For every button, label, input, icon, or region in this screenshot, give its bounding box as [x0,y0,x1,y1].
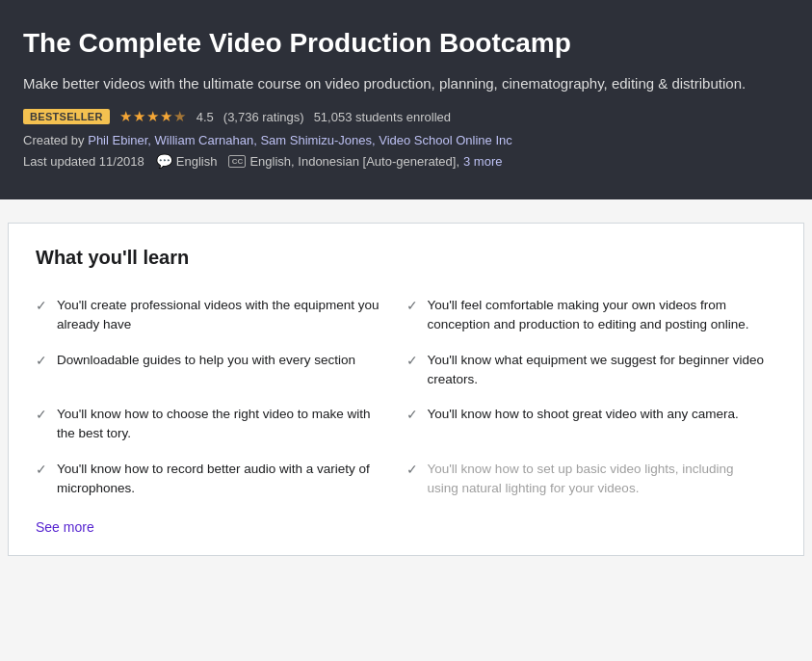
cc-icon: CC [228,155,246,168]
list-item: ✓ You'll create professional videos with… [36,288,406,343]
list-item: ✓ You'll know how to shoot great video w… [406,397,777,452]
see-more-link[interactable]: See more [36,519,94,535]
checkmark-icon: ✓ [406,407,418,422]
course-subtitle: Make better videos with the ultimate cou… [23,73,789,95]
learn-section-title: What you'll learn [36,247,776,269]
list-item: ✓ You'll feel comfortable making your ow… [406,288,777,343]
checkmark-icon: ✓ [406,353,418,368]
info-row: Last updated 11/2018 💬 English CC Englis… [23,153,789,169]
language-spoken-item: 💬 English [156,153,218,169]
last-updated: Last updated 11/2018 [23,154,144,169]
checkmark-icon: ✓ [406,462,418,477]
learn-item-text: Downloadable guides to help you with eve… [57,351,355,370]
learn-item-text: You'll know what equipment we suggest fo… [428,351,766,390]
rating-value: 4.5 [196,110,214,124]
creators-row: Created by Phil Ebiner, William Carnahan… [23,133,789,147]
list-item: ✓ You'll know what equipment we suggest … [406,343,777,398]
last-updated-value: 11/2018 [99,154,144,169]
checkmark-icon: ✓ [406,298,418,313]
learn-item-text-faded: You'll know how to set up basic video li… [428,460,766,499]
creators-link[interactable]: Phil Ebiner, William Carnahan, Sam Shimi… [88,133,512,147]
speech-bubble-icon: 💬 [156,153,172,169]
list-item: ✓ You'll know how to set up basic video … [406,452,777,507]
checkmark-icon: ✓ [36,462,47,477]
checkmark-icon: ✓ [36,407,47,422]
checkmark-icon: ✓ [36,298,47,313]
list-item: ✓ You'll know how to record better audio… [36,452,406,507]
checkmark-icon: ✓ [36,353,47,368]
learn-item-text: You'll create professional videos with t… [57,296,383,335]
learn-section: What you'll learn ✓ You'll create profes… [8,223,804,556]
learn-item-text: You'll feel comfortable making your own … [428,296,766,335]
language-more-link[interactable]: 3 more [463,154,502,169]
learn-grid: ✓ You'll create professional videos with… [36,288,776,506]
language-cc-text: English, Indonesian [Auto-generated], [249,154,459,169]
list-item: ✓ Downloadable guides to help you with e… [36,343,406,398]
learn-item-text: You'll know how to record better audio w… [57,460,383,499]
bestseller-badge: BESTSELLER [23,109,110,124]
course-title: The Complete Video Production Bootcamp [23,27,789,60]
creators-prefix: Created by [23,133,85,147]
list-item: ✓ You'll know how to choose the right vi… [36,397,406,452]
last-updated-label: Last updated [23,154,95,169]
language-spoken-text: English [176,154,218,169]
spacer [0,199,812,223]
rating-count: (3,736 ratings) [223,110,304,124]
learn-item-text: You'll know how to choose the right vide… [57,405,383,444]
learn-item-text: You'll know how to shoot great video wit… [428,405,739,424]
students-enrolled: 51,053 students enrolled [314,110,451,124]
course-header: The Complete Video Production Bootcamp M… [0,0,812,199]
star-rating-icons: ★★★★★ [119,108,187,125]
language-cc-item: CC English, Indonesian [Auto-generated],… [228,154,502,169]
meta-rating-row: BESTSELLER ★★★★★ 4.5 (3,736 ratings) 51,… [23,108,789,125]
